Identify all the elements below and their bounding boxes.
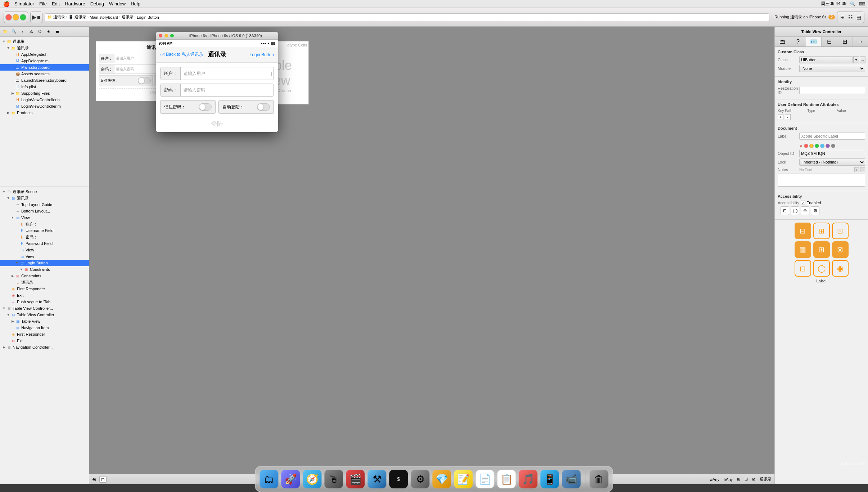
maximize-button[interactable] bbox=[20, 14, 26, 21]
tree-root[interactable]: ▼ 📁 通讯录 bbox=[0, 38, 89, 45]
restoration-id-input[interactable] bbox=[799, 87, 865, 94]
color-dot-gray[interactable] bbox=[831, 144, 835, 148]
outline-push-segue[interactable]: ▶ → Push segue to 'Tab...' bbox=[0, 299, 89, 305]
class-dropdown-btn[interactable]: ▼ bbox=[853, 56, 859, 63]
icon-box3[interactable]: ⊡ bbox=[832, 223, 849, 239]
account-input[interactable]: 请输入用户 bbox=[181, 68, 270, 80]
dock-video[interactable]: 🎬 bbox=[346, 470, 365, 488]
icon-box7[interactable]: ◻ bbox=[795, 260, 811, 277]
icon-box4[interactable]: ▦ bbox=[795, 241, 811, 258]
tab-file[interactable]: 🗃 bbox=[775, 37, 790, 46]
menu-window[interactable]: Window bbox=[109, 1, 126, 6]
icon-box1[interactable]: ⊟ bbox=[795, 223, 811, 239]
lock-select[interactable]: Inherited - (Nothing) bbox=[799, 158, 865, 166]
dock-launchpad[interactable]: 🚀 bbox=[281, 470, 300, 488]
dock-terminal[interactable]: $ bbox=[389, 470, 408, 488]
close-button[interactable] bbox=[5, 14, 12, 21]
menu-edit[interactable]: Edit bbox=[52, 1, 60, 6]
dock-notes[interactable]: 📝 bbox=[454, 470, 473, 488]
outline-exit2[interactable]: ▶ ⊗ Exit bbox=[0, 337, 89, 344]
color-dot-red[interactable] bbox=[804, 144, 808, 148]
notes-textarea[interactable] bbox=[778, 174, 865, 187]
tab-quick-help[interactable]: ? bbox=[790, 37, 806, 46]
outline-bottom-layout[interactable]: ▶ ━ Bottom Layout... bbox=[0, 208, 89, 214]
accessibility-checkbox[interactable]: ✓ bbox=[801, 201, 805, 205]
dock-textedit[interactable]: 📄 bbox=[476, 470, 494, 488]
nav-breakpoint-icon[interactable]: ◈ bbox=[45, 28, 53, 35]
navbar-right-button[interactable]: Login Button bbox=[250, 52, 274, 57]
icon-box8[interactable]: ◯ bbox=[813, 260, 830, 277]
dock-safari[interactable]: 🧭 bbox=[303, 470, 322, 488]
icon-box9[interactable]: ◉ bbox=[832, 260, 849, 277]
warning-badge[interactable]: 2 bbox=[828, 15, 835, 19]
icon-box6[interactable]: ⊠ bbox=[832, 241, 849, 258]
color-dot-purple[interactable] bbox=[826, 144, 830, 148]
tree-item-loginvc-m[interactable]: ▶ M LoginViewController.m bbox=[0, 103, 89, 109]
nav-folder-icon[interactable]: 📁 bbox=[1, 28, 9, 35]
nav-search-icon[interactable]: 🔍 bbox=[10, 28, 18, 35]
outline-username-field[interactable]: ▶ F Username Field bbox=[0, 227, 89, 234]
color-dot-green[interactable] bbox=[815, 144, 819, 148]
outline-scene3[interactable]: ▶ ⊞ Navigation Controller... bbox=[0, 344, 89, 350]
tree-item-appdelegate-m[interactable]: ▶ M AppDelegate.m bbox=[0, 58, 89, 64]
sim-close-btn[interactable] bbox=[159, 34, 162, 37]
remove-color-btn[interactable]: ✕ bbox=[799, 143, 803, 148]
menu-help[interactable]: Help bbox=[131, 1, 140, 6]
outline-view2[interactable]: ▶ ▭ View bbox=[0, 247, 89, 253]
class-input[interactable] bbox=[799, 56, 853, 63]
dock-music[interactable]: 🎵 bbox=[519, 470, 538, 488]
acc-icon4[interactable]: ⊠ bbox=[811, 206, 819, 215]
outline-l-account[interactable]: ▶ L 账户： bbox=[0, 221, 89, 227]
doc-label-input[interactable] bbox=[799, 133, 865, 140]
outline-exit[interactable]: ▶ ⊗ Exit bbox=[0, 292, 89, 299]
outline-nav-item[interactable]: ▶ ⊠ Navigation Item bbox=[0, 325, 89, 331]
bc-item2[interactable]: 通讯录 bbox=[74, 14, 86, 20]
menu-hardware[interactable]: Hardware bbox=[65, 1, 85, 6]
ud-add-btn[interactable]: + bbox=[778, 114, 783, 120]
sb-fit-icon[interactable]: ⊡ bbox=[745, 477, 748, 482]
tab-attributes[interactable]: ⊟ bbox=[822, 37, 837, 46]
acc-icon3[interactable]: ⊕ bbox=[801, 206, 809, 215]
outline-scene2[interactable]: ▼ ⊞ Table View Controller... bbox=[0, 305, 89, 312]
tree-item-appdelegate-h[interactable]: ▶ H AppDelegate.h bbox=[0, 51, 89, 58]
remember-switch[interactable] bbox=[199, 103, 212, 111]
outline-view3[interactable]: ▶ ▭ View bbox=[0, 253, 89, 260]
sb-zoom-icon[interactable]: ⊠ bbox=[752, 477, 755, 482]
tree-item-main-storyboard[interactable]: ▶ 🗃 Main.storyboard bbox=[0, 64, 89, 71]
outline-tablevc[interactable]: ▼ ⊡ Table View Controller bbox=[0, 312, 89, 318]
notes-font-expand-btn[interactable]: T bbox=[854, 167, 859, 172]
outline-tongxunlu[interactable]: ▶ L 通讯录 bbox=[0, 279, 89, 286]
tree-item-group[interactable]: ▼ 📁 通讯录 bbox=[0, 45, 89, 51]
dock-prefs[interactable]: ⚙ bbox=[411, 470, 430, 488]
class-right-arrow-btn[interactable]: → bbox=[860, 56, 865, 63]
color-dot-yellow[interactable] bbox=[809, 144, 814, 148]
dock-sketch[interactable]: 💎 bbox=[433, 470, 451, 488]
tree-item-loginvc-h[interactable]: ▶ H LoginViewController.h bbox=[0, 97, 89, 103]
outline-password-field[interactable]: ▶ F Password Field bbox=[0, 240, 89, 247]
outline-view1[interactable]: ▼ ▭ View bbox=[0, 214, 89, 221]
nav-report-icon[interactable]: ☰ bbox=[53, 28, 61, 35]
module-select[interactable]: None bbox=[799, 65, 865, 72]
acc-icon2[interactable]: ◯ bbox=[791, 206, 799, 215]
dock-finder[interactable]: 🗂 bbox=[260, 470, 279, 488]
menubar-search-icon[interactable]: 🔍 bbox=[850, 1, 855, 6]
menu-file[interactable]: File bbox=[39, 1, 47, 6]
color-dot-blue[interactable] bbox=[820, 144, 824, 148]
outline-constraints-btn[interactable]: ▼ ⊞ Constraints bbox=[0, 266, 89, 273]
tab-identity[interactable]: 🪪 bbox=[806, 37, 822, 46]
tree-item-supporting[interactable]: ▶ 📁 Supporting Files bbox=[0, 90, 89, 97]
nav-issue-icon[interactable]: ⚠ bbox=[27, 28, 35, 35]
tree-item-plist[interactable]: ▶ 📄 Info.plist bbox=[0, 84, 89, 90]
notes-arrow-btn[interactable]: → bbox=[860, 167, 865, 172]
bc-item1[interactable]: 通讯录 bbox=[53, 14, 65, 20]
tree-item-assets[interactable]: ▶ 📦 Assets.xcassets bbox=[0, 71, 89, 77]
tree-item-launch[interactable]: ▶ 🗃 LaunchScreen.storyboard bbox=[0, 77, 89, 84]
outline-constraints-vc[interactable]: ▶ ⊞ Constraints bbox=[0, 273, 89, 279]
apple-menu[interactable]: 🍎 bbox=[3, 0, 10, 7]
toggle-editor[interactable]: ☷ bbox=[847, 14, 854, 21]
outline-first-responder2[interactable]: ▶ ⊕ First Responder bbox=[0, 331, 89, 337]
menu-simulator[interactable]: Simulator bbox=[14, 1, 34, 6]
password-field[interactable]: 密码： 请输入密码 bbox=[160, 84, 274, 97]
outline-first-responder[interactable]: ▶ ⊕ First Responder bbox=[0, 286, 89, 292]
menu-debug[interactable]: Debug bbox=[90, 1, 104, 6]
